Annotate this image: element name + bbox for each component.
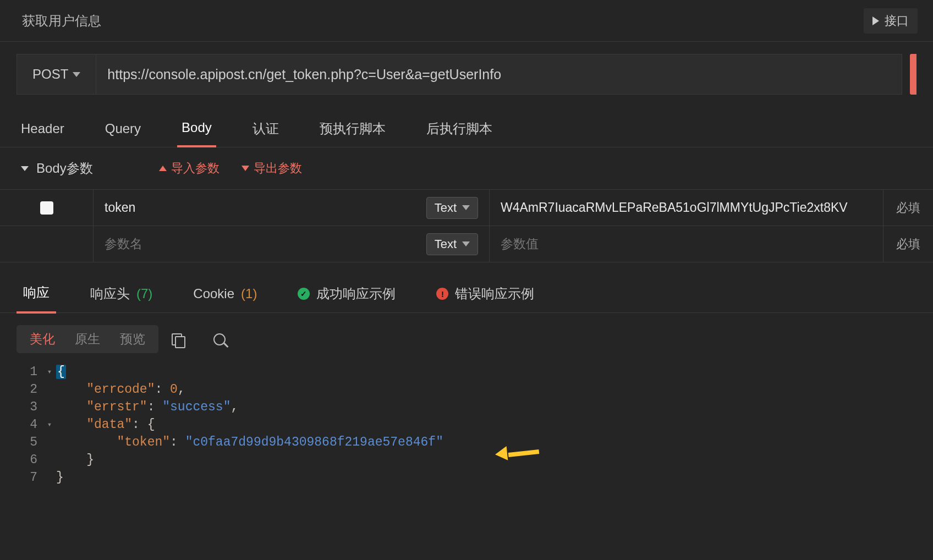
line-number: 1 xyxy=(17,363,46,381)
line-number: 4 xyxy=(17,416,46,433)
fold-toggle xyxy=(46,469,56,486)
chevron-down-icon xyxy=(21,166,29,171)
code-content: "errstr": "success", xyxy=(56,398,238,416)
tab-success-example-label: 成功响应示例 xyxy=(316,285,396,303)
format-pretty[interactable]: 美化 xyxy=(20,331,65,348)
fold-toggle xyxy=(46,433,56,451)
code-line: 7} xyxy=(17,469,916,486)
param-key-input[interactable] xyxy=(105,200,366,215)
param-value-cell xyxy=(490,190,883,226)
arrow-down-icon xyxy=(242,166,249,171)
tab-response[interactable]: 响应 xyxy=(17,276,56,314)
fold-toggle[interactable]: ▾ xyxy=(46,363,56,381)
param-type-label: Text xyxy=(435,237,457,251)
param-key-cell: Text xyxy=(94,226,490,262)
play-icon xyxy=(872,17,879,25)
format-preview[interactable]: 预览 xyxy=(110,331,155,348)
tab-postscript[interactable]: 后执行脚本 xyxy=(422,111,497,147)
line-number: 7 xyxy=(17,469,46,486)
line-number: 5 xyxy=(17,433,46,451)
table-row: Text必填 xyxy=(0,190,933,226)
fold-toggle xyxy=(46,451,56,469)
import-params-label: 导入参数 xyxy=(171,160,219,177)
tab-cookie-label: Cookie xyxy=(193,286,234,301)
tab-error-example[interactable]: ! 错误响应示例 xyxy=(430,277,541,312)
page-title: 获取用户信息 xyxy=(22,12,101,30)
response-tabs: 响应 响应头 (7) Cookie (1) ✓ 成功响应示例 ! 错误响应示例 xyxy=(0,277,933,313)
tab-query[interactable]: Query xyxy=(101,112,145,146)
import-params-button[interactable]: 导入参数 xyxy=(159,160,219,177)
line-number: 3 xyxy=(17,398,46,416)
code-line: 3 "errstr": "success", xyxy=(17,398,916,416)
tab-prescript[interactable]: 预执行脚本 xyxy=(315,111,390,147)
param-type-label: Text xyxy=(435,201,457,215)
export-params-button[interactable]: 导出参数 xyxy=(242,160,302,177)
param-type-select[interactable]: Text xyxy=(426,197,478,219)
fold-toggle xyxy=(46,381,56,398)
copy-icon[interactable] xyxy=(172,333,184,345)
chevron-down-icon xyxy=(73,72,80,77)
code-line: 5 "token": "c0faa7d99d9b4309868f219ae57e… xyxy=(17,433,916,451)
code-content: } xyxy=(56,451,94,469)
fold-toggle xyxy=(46,398,56,416)
tab-error-example-label: 错误响应示例 xyxy=(455,285,534,303)
cookie-count: (1) xyxy=(241,286,257,301)
code-line: 4▾ "data": { xyxy=(17,416,916,433)
param-value-input[interactable] xyxy=(501,237,872,251)
tab-response-headers[interactable]: 响应头 (7) xyxy=(84,277,159,312)
code-content: } xyxy=(56,469,64,486)
response-format-segment: 美化 原生 预览 xyxy=(17,325,158,353)
chevron-down-icon xyxy=(462,205,470,210)
tab-response-headers-label: 响应头 xyxy=(90,285,130,303)
url-input[interactable] xyxy=(96,54,902,95)
search-icon[interactable] xyxy=(213,333,226,345)
table-row: Text必填 xyxy=(0,226,933,262)
body-params-title: Body参数 xyxy=(36,160,93,177)
code-content: "errcode": 0, xyxy=(56,381,185,398)
code-line: 2 "errcode": 0, xyxy=(17,381,916,398)
param-required-cell[interactable]: 必填 xyxy=(883,226,933,262)
code-line: 6 } xyxy=(17,451,916,469)
param-checkbox-cell xyxy=(0,190,94,226)
fold-toggle[interactable]: ▾ xyxy=(46,416,56,433)
param-checkbox[interactable] xyxy=(40,201,53,215)
request-tabs: Header Query Body 认证 预执行脚本 后执行脚本 xyxy=(0,111,933,147)
line-number: 2 xyxy=(17,381,46,398)
line-number: 6 xyxy=(17,451,46,469)
annotation-arrow-icon xyxy=(495,447,539,461)
check-circle-icon: ✓ xyxy=(298,288,310,300)
arrow-up-icon xyxy=(159,166,167,171)
param-checkbox-cell xyxy=(0,226,94,262)
send-button[interactable] xyxy=(910,54,916,95)
response-body-code[interactable]: 1▾{2 "errcode": 0,3 "errstr": "success",… xyxy=(0,359,933,491)
body-params-toggle[interactable]: Body参数 xyxy=(21,160,93,177)
code-content: "token": "c0faa7d99d9b4309868f219ae57e84… xyxy=(56,433,443,451)
code-line: 1▾{ xyxy=(17,363,916,381)
param-key-cell: Text xyxy=(94,190,490,226)
http-method-select[interactable]: POST xyxy=(17,54,96,95)
tab-cookie[interactable]: Cookie (1) xyxy=(186,278,264,311)
code-content: { xyxy=(56,363,66,381)
format-raw[interactable]: 原生 xyxy=(65,331,110,348)
interface-play-label: 接口 xyxy=(885,13,909,29)
tab-body[interactable]: Body xyxy=(177,111,216,147)
code-content: "data": { xyxy=(56,416,155,433)
export-params-label: 导出参数 xyxy=(254,160,302,177)
param-value-cell xyxy=(490,226,883,262)
param-required-cell[interactable]: 必填 xyxy=(883,190,933,226)
http-method-label: POST xyxy=(32,67,68,82)
tab-success-example[interactable]: ✓ 成功响应示例 xyxy=(291,277,402,312)
interface-play-button[interactable]: 接口 xyxy=(864,8,918,34)
error-circle-icon: ! xyxy=(436,288,448,300)
chevron-down-icon xyxy=(462,241,470,246)
body-params-table: Text必填Text必填 xyxy=(0,190,933,262)
tab-auth[interactable]: 认证 xyxy=(248,111,283,147)
param-key-input[interactable] xyxy=(105,237,366,251)
response-headers-count: (7) xyxy=(136,286,152,301)
param-type-select[interactable]: Text xyxy=(426,233,478,255)
tab-header[interactable]: Header xyxy=(17,112,69,146)
param-value-input[interactable] xyxy=(501,200,872,215)
